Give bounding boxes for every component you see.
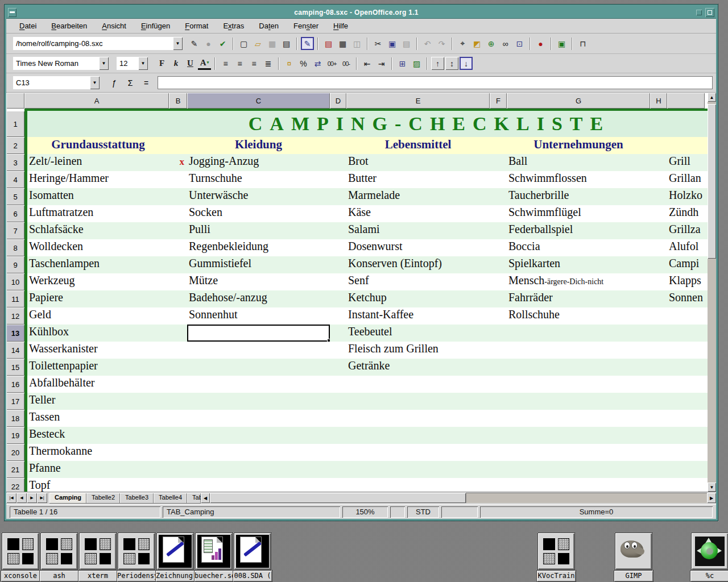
cell[interactable]: Badehose/-anzug bbox=[187, 290, 330, 307]
maximize-button[interactable] bbox=[705, 8, 714, 17]
taskbar-icon-xterm[interactable]: xterm bbox=[78, 533, 117, 581]
cell[interactable]: Instant-Kaffee bbox=[346, 307, 490, 325]
menu-bearbeiten[interactable]: Bearbeiten bbox=[44, 19, 94, 32]
row-header[interactable]: 9 bbox=[6, 256, 24, 273]
italic-icon[interactable]: k bbox=[169, 57, 183, 70]
taskbar-icon-kvoctrain[interactable]: KVocTrain bbox=[537, 533, 576, 581]
cell[interactable]: Campi bbox=[667, 256, 705, 273]
cell[interactable]: Zündh bbox=[667, 205, 705, 222]
cell[interactable]: Dosenwurst bbox=[346, 239, 490, 256]
next-sheet-icon[interactable]: ▶ bbox=[27, 493, 37, 503]
font-name-combo[interactable]: ▼ bbox=[13, 57, 109, 70]
row-header[interactable]: 14 bbox=[6, 342, 24, 359]
scroll-up-icon[interactable]: ▲ bbox=[708, 93, 716, 102]
cell[interactable]: Schlafsäcke bbox=[27, 222, 169, 239]
font-name-input[interactable] bbox=[13, 57, 99, 70]
cell[interactable]: Boccia bbox=[507, 239, 650, 256]
cell[interactable]: Pfanne bbox=[27, 461, 169, 478]
align-top-icon[interactable]: ↑ bbox=[431, 57, 444, 70]
row-header-selected[interactable]: 13 bbox=[6, 325, 24, 342]
cell[interactable]: Brot bbox=[346, 154, 490, 171]
align-bottom-icon[interactable]: ↓ bbox=[460, 57, 473, 70]
tab-truncated[interactable]: Tab bbox=[187, 493, 201, 504]
taskbar-icon-zeichnung[interactable]: Zeichnung- bbox=[156, 533, 195, 581]
cell[interactable]: Werkzeug bbox=[27, 273, 169, 290]
cell[interactable]: Unterwäsche bbox=[187, 188, 330, 205]
cell[interactable]: Butter bbox=[346, 171, 490, 188]
cell[interactable]: Geld bbox=[27, 307, 169, 325]
edit-file-icon[interactable]: ✔ bbox=[216, 37, 229, 50]
cell[interactable]: Ketchup bbox=[346, 290, 490, 307]
cell[interactable]: Ball bbox=[507, 154, 650, 171]
align-right-icon[interactable]: ≡ bbox=[247, 57, 260, 70]
page-preview-icon[interactable]: ◫ bbox=[350, 37, 363, 50]
record-icon[interactable]: ● bbox=[534, 37, 547, 50]
cell[interactable]: Isomatten bbox=[27, 188, 169, 205]
column-header-c[interactable]: C bbox=[187, 93, 330, 109]
vertical-scroll-thumb[interactable] bbox=[708, 104, 716, 259]
row-header[interactable]: 3 bbox=[6, 154, 24, 171]
sum-icon[interactable]: Σ bbox=[123, 77, 137, 89]
standard-format-icon[interactable]: ⇄ bbox=[311, 57, 324, 70]
cell[interactable]: Taschenlampen bbox=[27, 256, 169, 273]
copy-icon[interactable]: ▣ bbox=[386, 37, 399, 50]
cell[interactable]: Fleisch zum Grillen bbox=[346, 342, 490, 359]
new-document-icon[interactable]: ▢ bbox=[237, 37, 250, 50]
row-header[interactable]: 17 bbox=[6, 393, 24, 410]
row-header[interactable]: 16 bbox=[6, 376, 24, 393]
menu-ansicht[interactable]: Ansicht bbox=[94, 19, 134, 32]
row-header[interactable]: 22 bbox=[6, 478, 24, 492]
row-header[interactable]: 10 bbox=[6, 273, 24, 290]
underline-icon[interactable]: U bbox=[184, 57, 197, 70]
previous-sheet-icon[interactable]: ◀ bbox=[16, 493, 27, 503]
row-header[interactable]: 11 bbox=[6, 290, 24, 307]
tab-tabelle3[interactable]: Tabelle3 bbox=[120, 493, 154, 504]
cell[interactable]: Spielkarten bbox=[507, 256, 650, 273]
section-header-grundausstattung[interactable]: Grundausstattung bbox=[27, 137, 169, 154]
cell[interactable]: Senf bbox=[346, 273, 490, 290]
cell[interactable]: Taucherbrille bbox=[507, 188, 650, 205]
tab-tabelle4[interactable]: Tabelle4 bbox=[154, 493, 187, 504]
cell[interactable]: Teebeutel bbox=[346, 325, 490, 342]
cell[interactable]: Papiere bbox=[27, 290, 169, 307]
column-header-g[interactable]: G bbox=[507, 93, 650, 109]
delete-decimal-icon[interactable]: 00- bbox=[340, 57, 353, 70]
status-selection-mode[interactable]: STD bbox=[407, 506, 439, 518]
cell[interactable]: Getränke bbox=[346, 359, 490, 376]
decrease-indent-icon[interactable]: ⇤ bbox=[361, 57, 374, 70]
undo-icon[interactable]: ↶ bbox=[421, 37, 434, 50]
cell[interactable]: Schwimmflossen bbox=[507, 171, 650, 188]
row-header[interactable]: 8 bbox=[6, 239, 24, 256]
hyperlink-icon[interactable]: ⊕ bbox=[485, 37, 498, 50]
window-menu-button[interactable] bbox=[8, 8, 16, 17]
font-size-input[interactable] bbox=[117, 57, 138, 70]
insert-image-icon[interactable]: ▣ bbox=[555, 37, 568, 50]
column-header-d[interactable]: D bbox=[330, 93, 346, 109]
cell[interactable]: Schwimmflügel bbox=[507, 205, 650, 222]
cell[interactable]: Luftmatratzen bbox=[27, 205, 169, 222]
taskbar-icon-periodensystem[interactable]: Periodensy bbox=[117, 533, 156, 581]
cell[interactable]: Thermokanne bbox=[27, 444, 169, 461]
row-header[interactable]: 6 bbox=[6, 205, 24, 222]
lock-icon[interactable]: ⊓ bbox=[576, 37, 589, 50]
save-all-icon[interactable]: ▤ bbox=[280, 37, 293, 50]
section-header-lebensmittel[interactable]: Lebensmittel bbox=[346, 137, 490, 154]
formula-input[interactable] bbox=[158, 76, 713, 89]
url-dropdown-icon[interactable]: ▼ bbox=[173, 37, 183, 50]
name-dropdown-icon[interactable]: ▼ bbox=[90, 76, 100, 89]
row-header[interactable]: 19 bbox=[6, 427, 24, 444]
cell[interactable]: Mensch-ärgere-Dich-nicht bbox=[507, 273, 650, 290]
cell[interactable]: Abfallbehälter bbox=[27, 376, 169, 393]
section-header-unternehmungen[interactable]: Unternehmungen bbox=[507, 137, 650, 154]
size-dropdown-icon[interactable]: ▼ bbox=[138, 57, 148, 70]
cell[interactable]: Grill bbox=[667, 154, 705, 171]
column-header-b[interactable]: B bbox=[169, 93, 187, 109]
edit-mode-icon[interactable]: ✎ bbox=[301, 37, 314, 50]
taskbar-icon-buecher[interactable]: buecher.sd bbox=[195, 533, 233, 581]
url-combo[interactable]: ▼ bbox=[13, 37, 183, 50]
row-header[interactable]: 18 bbox=[6, 410, 24, 427]
cell[interactable]: Pulli bbox=[187, 222, 330, 239]
row-header-1[interactable]: 1 bbox=[6, 111, 24, 137]
cell[interactable]: Regenbekleidung bbox=[187, 239, 330, 256]
cell[interactable]: Grillza bbox=[667, 222, 705, 239]
